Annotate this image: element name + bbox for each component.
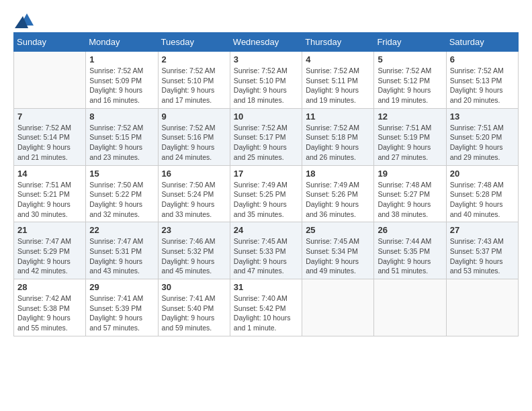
calendar-cell xyxy=(302,279,374,336)
day-number: 6 xyxy=(450,54,515,64)
calendar-cell xyxy=(14,52,86,109)
day-number: 26 xyxy=(378,225,442,235)
day-info: Sunrise: 7:52 AMSunset: 5:16 PMDaylight:… xyxy=(162,123,226,163)
day-info: Sunrise: 7:50 AMSunset: 5:22 PMDaylight:… xyxy=(89,180,154,220)
calendar-cell: 30Sunrise: 7:41 AMSunset: 5:40 PMDayligh… xyxy=(158,279,230,336)
logo-icon xyxy=(15,13,34,28)
day-info: Sunrise: 7:40 AMSunset: 5:42 PMDaylight:… xyxy=(234,293,298,333)
day-info: Sunrise: 7:48 AMSunset: 5:28 PMDaylight:… xyxy=(450,180,515,220)
calendar-cell: 28Sunrise: 7:42 AMSunset: 5:38 PMDayligh… xyxy=(14,279,86,336)
day-number: 5 xyxy=(378,54,442,64)
day-number: 9 xyxy=(162,111,226,122)
day-number: 31 xyxy=(234,282,298,292)
day-number: 7 xyxy=(17,111,82,122)
calendar-cell: 18Sunrise: 7:49 AMSunset: 5:26 PMDayligh… xyxy=(302,165,374,222)
day-info: Sunrise: 7:52 AMSunset: 5:11 PMDaylight:… xyxy=(306,66,370,105)
day-number: 21 xyxy=(17,225,82,235)
day-number: 3 xyxy=(234,54,298,64)
day-number: 23 xyxy=(162,225,226,235)
weekday-header-thursday: Thursday xyxy=(302,33,374,52)
calendar-cell: 17Sunrise: 7:49 AMSunset: 5:25 PMDayligh… xyxy=(230,165,302,222)
calendar-cell: 19Sunrise: 7:48 AMSunset: 5:27 PMDayligh… xyxy=(374,165,446,222)
day-number: 16 xyxy=(162,169,226,179)
day-info: Sunrise: 7:47 AMSunset: 5:29 PMDaylight:… xyxy=(17,236,82,276)
day-info: Sunrise: 7:41 AMSunset: 5:39 PMDaylight:… xyxy=(89,293,154,333)
calendar-cell: 26Sunrise: 7:44 AMSunset: 5:35 PMDayligh… xyxy=(374,222,446,279)
calendar-cell: 1Sunrise: 7:52 AMSunset: 5:09 PMDaylight… xyxy=(86,52,158,109)
day-info: Sunrise: 7:52 AMSunset: 5:18 PMDaylight:… xyxy=(306,123,370,163)
day-number: 20 xyxy=(450,169,515,179)
calendar-week-row: 7Sunrise: 7:52 AMSunset: 5:14 PMDaylight… xyxy=(14,108,519,165)
day-number: 10 xyxy=(234,111,298,122)
weekday-header-monday: Monday xyxy=(86,33,158,52)
day-number: 2 xyxy=(162,54,226,64)
weekday-header-tuesday: Tuesday xyxy=(158,33,230,52)
calendar-cell: 25Sunrise: 7:45 AMSunset: 5:34 PMDayligh… xyxy=(302,222,374,279)
day-number: 17 xyxy=(234,169,298,179)
page-header xyxy=(13,13,519,26)
weekday-header-sunday: Sunday xyxy=(14,33,86,52)
day-number: 27 xyxy=(450,225,515,235)
day-number: 11 xyxy=(306,111,370,122)
day-number: 15 xyxy=(89,169,154,179)
day-info: Sunrise: 7:48 AMSunset: 5:27 PMDaylight:… xyxy=(378,180,442,220)
calendar-cell: 11Sunrise: 7:52 AMSunset: 5:18 PMDayligh… xyxy=(302,108,374,165)
calendar-cell: 31Sunrise: 7:40 AMSunset: 5:42 PMDayligh… xyxy=(230,279,302,336)
calendar-cell: 20Sunrise: 7:48 AMSunset: 5:28 PMDayligh… xyxy=(446,165,518,222)
day-number: 4 xyxy=(306,54,370,64)
calendar-cell: 12Sunrise: 7:51 AMSunset: 5:19 PMDayligh… xyxy=(374,108,446,165)
calendar-cell: 27Sunrise: 7:43 AMSunset: 5:37 PMDayligh… xyxy=(446,222,518,279)
calendar-cell: 8Sunrise: 7:52 AMSunset: 5:15 PMDaylight… xyxy=(86,108,158,165)
day-info: Sunrise: 7:52 AMSunset: 5:14 PMDaylight:… xyxy=(17,123,82,163)
calendar-week-row: 14Sunrise: 7:51 AMSunset: 5:21 PMDayligh… xyxy=(14,165,519,222)
day-number: 29 xyxy=(89,282,154,292)
calendar-cell: 5Sunrise: 7:52 AMSunset: 5:12 PMDaylight… xyxy=(374,52,446,109)
calendar-cell: 10Sunrise: 7:52 AMSunset: 5:17 PMDayligh… xyxy=(230,108,302,165)
calendar-cell: 14Sunrise: 7:51 AMSunset: 5:21 PMDayligh… xyxy=(14,165,86,222)
calendar-cell: 24Sunrise: 7:45 AMSunset: 5:33 PMDayligh… xyxy=(230,222,302,279)
calendar-table: SundayMondayTuesdayWednesdayThursdayFrid… xyxy=(13,32,519,336)
day-info: Sunrise: 7:52 AMSunset: 5:13 PMDaylight:… xyxy=(450,66,515,105)
calendar-week-row: 1Sunrise: 7:52 AMSunset: 5:09 PMDaylight… xyxy=(14,52,519,109)
day-number: 1 xyxy=(89,54,154,64)
day-info: Sunrise: 7:45 AMSunset: 5:33 PMDaylight:… xyxy=(234,236,298,276)
calendar-week-row: 21Sunrise: 7:47 AMSunset: 5:29 PMDayligh… xyxy=(14,222,519,279)
calendar-cell: 23Sunrise: 7:46 AMSunset: 5:32 PMDayligh… xyxy=(158,222,230,279)
day-number: 30 xyxy=(162,282,226,292)
day-info: Sunrise: 7:41 AMSunset: 5:40 PMDaylight:… xyxy=(162,293,226,333)
day-number: 25 xyxy=(306,225,370,235)
day-info: Sunrise: 7:51 AMSunset: 5:21 PMDaylight:… xyxy=(17,180,82,220)
day-number: 12 xyxy=(378,111,442,122)
calendar-cell: 29Sunrise: 7:41 AMSunset: 5:39 PMDayligh… xyxy=(86,279,158,336)
calendar-cell: 16Sunrise: 7:50 AMSunset: 5:24 PMDayligh… xyxy=(158,165,230,222)
day-number: 24 xyxy=(234,225,298,235)
day-number: 28 xyxy=(17,282,82,292)
day-info: Sunrise: 7:44 AMSunset: 5:35 PMDaylight:… xyxy=(378,236,442,276)
weekday-header-friday: Friday xyxy=(374,33,446,52)
day-info: Sunrise: 7:43 AMSunset: 5:37 PMDaylight:… xyxy=(450,236,515,276)
calendar-cell: 21Sunrise: 7:47 AMSunset: 5:29 PMDayligh… xyxy=(14,222,86,279)
day-info: Sunrise: 7:50 AMSunset: 5:24 PMDaylight:… xyxy=(162,180,226,220)
calendar-cell: 13Sunrise: 7:51 AMSunset: 5:20 PMDayligh… xyxy=(446,108,518,165)
day-number: 18 xyxy=(306,169,370,179)
calendar-cell: 3Sunrise: 7:52 AMSunset: 5:10 PMDaylight… xyxy=(230,52,302,109)
logo xyxy=(13,13,34,26)
calendar-cell: 15Sunrise: 7:50 AMSunset: 5:22 PMDayligh… xyxy=(86,165,158,222)
day-number: 19 xyxy=(378,169,442,179)
calendar-cell xyxy=(374,279,446,336)
day-info: Sunrise: 7:52 AMSunset: 5:09 PMDaylight:… xyxy=(89,66,154,105)
calendar-cell: 22Sunrise: 7:47 AMSunset: 5:31 PMDayligh… xyxy=(86,222,158,279)
day-info: Sunrise: 7:42 AMSunset: 5:38 PMDaylight:… xyxy=(17,293,82,333)
day-number: 14 xyxy=(17,169,82,179)
calendar-cell xyxy=(446,279,518,336)
day-number: 22 xyxy=(89,225,154,235)
day-info: Sunrise: 7:47 AMSunset: 5:31 PMDaylight:… xyxy=(89,236,154,276)
day-info: Sunrise: 7:52 AMSunset: 5:12 PMDaylight:… xyxy=(378,66,442,105)
day-number: 13 xyxy=(450,111,515,122)
calendar-cell: 4Sunrise: 7:52 AMSunset: 5:11 PMDaylight… xyxy=(302,52,374,109)
day-info: Sunrise: 7:49 AMSunset: 5:25 PMDaylight:… xyxy=(234,180,298,220)
day-info: Sunrise: 7:46 AMSunset: 5:32 PMDaylight:… xyxy=(162,236,226,276)
calendar-cell: 9Sunrise: 7:52 AMSunset: 5:16 PMDaylight… xyxy=(158,108,230,165)
day-number: 8 xyxy=(89,111,154,122)
day-info: Sunrise: 7:52 AMSunset: 5:10 PMDaylight:… xyxy=(234,66,298,105)
